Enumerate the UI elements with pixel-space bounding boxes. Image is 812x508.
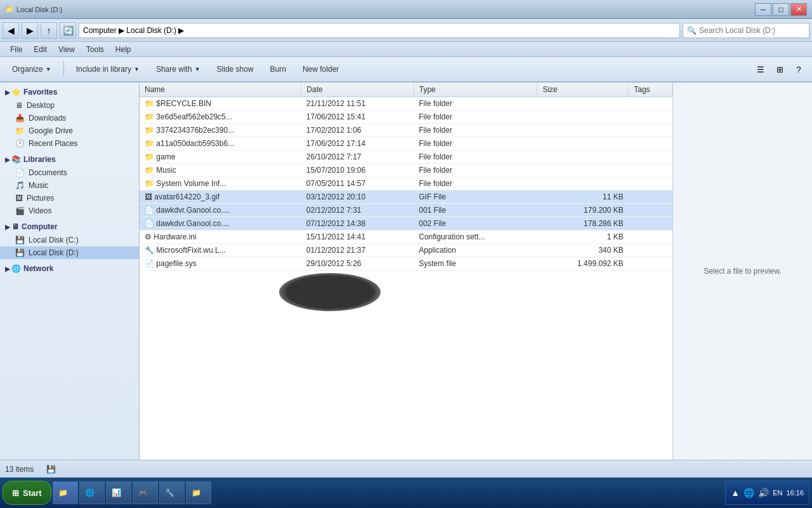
taskbar-item-5[interactable]: 🔧 <box>159 481 185 504</box>
sidebar-item-desktop[interactable]: 🖥 Desktop <box>0 99 139 112</box>
file-name-cell: 📄 dawkdvr.Ganool.co.... <box>140 217 301 231</box>
sidebar-item-downloads[interactable]: 📥 Downloads <box>0 112 139 124</box>
table-row[interactable]: 📁 3e6d5eaf562eb29c5... 17/06/2012 15:41 … <box>140 110 672 124</box>
view-list-button[interactable]: ☰ <box>752 61 769 77</box>
file-type-cell: GIF File <box>414 190 537 204</box>
table-row[interactable]: 📁 a11a050dacb5953b6... 17/06/2012 17:14 … <box>140 137 672 150</box>
table-row[interactable]: 📄 pagefile.sys 29/10/2012 5:26 System fi… <box>140 257 672 271</box>
libraries-header[interactable]: ▶ 📚 Libraries <box>0 152 139 166</box>
content-area: Name Date Type Size Tags 📁 $RECYCLE.BIN … <box>140 83 672 460</box>
network-header[interactable]: ▶ 🌐 Network <box>0 262 139 276</box>
col-size[interactable]: Size <box>537 83 629 97</box>
file-size-cell: 340 KB <box>537 244 629 257</box>
menu-help[interactable]: Help <box>110 44 136 55</box>
file-tags-cell <box>629 231 672 244</box>
burn-button[interactable]: Burn <box>263 60 293 79</box>
file-tags-cell <box>629 244 672 257</box>
table-row[interactable]: 🔧 MicrosoftFixit.wu.L... 01/12/2012 21:3… <box>140 244 672 257</box>
table-row[interactable]: 📁 3374234376b2ec390... 17/02/2012 1:06 F… <box>140 124 672 137</box>
disk-icon: 💾 <box>46 465 56 474</box>
file-icon: 📁 <box>145 139 154 148</box>
sidebar-item-google-drive[interactable]: 📁 Google Drive <box>0 124 139 137</box>
sidebar-item-local-c[interactable]: 💾 Local Disk (C:) <box>0 234 139 246</box>
up-button[interactable]: ↑ <box>41 22 57 39</box>
file-type-cell: 002 File <box>414 217 537 231</box>
taskbar-explorer[interactable]: 📁 <box>53 481 78 504</box>
start-button[interactable]: ⊞ Start <box>3 481 51 505</box>
tray-lang: EN <box>773 489 782 497</box>
file-name-cell: 📁 3e6d5eaf562eb29c5... <box>140 110 301 124</box>
slideshow-button[interactable]: Slide show <box>210 60 261 79</box>
include-library-button[interactable]: Include in library ▼ <box>69 60 147 79</box>
file-type-cell: 001 File <box>414 204 537 217</box>
menu-file[interactable]: File <box>5 44 27 55</box>
file-name-cell: 📄 pagefile.sys <box>140 257 301 271</box>
refresh-button[interactable]: 🔄 <box>60 22 76 39</box>
items-count: 13 items <box>5 465 34 474</box>
sidebar-item-videos[interactable]: 🎬 Videos <box>0 204 139 217</box>
sidebar-item-documents[interactable]: 📄 Documents <box>0 166 139 179</box>
file-size-cell <box>537 97 629 110</box>
videos-icon: 🎬 <box>15 206 25 215</box>
file-name-cell: 🖼 avatar614220_3.gif <box>140 190 301 204</box>
taskbar-item-3[interactable]: 📊 <box>106 481 131 504</box>
table-row[interactable]: 🖼 avatar614220_3.gif 03/12/2012 20:10 GI… <box>140 190 672 204</box>
file-tags-cell <box>629 97 672 110</box>
share-with-button[interactable]: Share with ▼ <box>149 60 207 79</box>
col-tags[interactable]: Tags <box>629 83 672 97</box>
taskbar-chrome[interactable]: 🌐 <box>79 481 105 504</box>
file-size-cell: 1 KB <box>537 231 629 244</box>
view-details-button[interactable]: ⊞ <box>771 61 788 77</box>
local-d-label: Local Disk (D:) <box>29 248 79 257</box>
table-row[interactable]: 📁 System Volume Inf... 07/05/2011 14:57 … <box>140 177 672 190</box>
tray-arrow-icon[interactable]: ▲ <box>731 488 740 498</box>
address-path: Computer ▶ Local Disk (D:) ▶ <box>83 26 184 35</box>
maximize-button[interactable]: □ <box>773 3 789 16</box>
file-name-cell: 📁 3374234376b2ec390... <box>140 124 301 137</box>
favorites-icon: ⭐ <box>11 88 21 97</box>
table-row[interactable]: 📄 dawkdvr.Ganool.co.... 02/12/2012 7:31 … <box>140 204 672 217</box>
file-name-cell: 📁 $RECYCLE.BIN <box>140 97 301 110</box>
taskbar-item-4[interactable]: 🎮 <box>133 481 158 504</box>
new-folder-button[interactable]: New folder <box>296 60 346 79</box>
table-row[interactable]: 📁 Music 15/07/2010 19:06 File folder <box>140 164 672 177</box>
table-row[interactable]: ⚙ Hardware.ini 15/11/2012 14:41 Configur… <box>140 231 672 244</box>
file-date-cell: 03/12/2012 20:10 <box>301 190 414 204</box>
favorites-header[interactable]: ▶ ⭐ Favorites <box>0 85 139 99</box>
back-button[interactable]: ◀ <box>3 22 19 39</box>
menu-edit[interactable]: Edit <box>29 44 52 55</box>
col-name[interactable]: Name <box>140 83 301 97</box>
music-label: Music <box>29 181 48 190</box>
tray-clock[interactable]: 16:16 <box>786 489 804 497</box>
organize-button[interactable]: Organize ▼ <box>5 60 58 79</box>
close-button[interactable]: ✕ <box>790 3 807 16</box>
file-name: 3374234376b2ec390... <box>156 126 234 135</box>
sidebar-item-pictures[interactable]: 🖼 Pictures <box>0 192 139 204</box>
menu-view[interactable]: View <box>53 44 80 55</box>
taskbar-item-6[interactable]: 📁 <box>186 481 211 504</box>
file-tags-cell <box>629 164 672 177</box>
file-size-cell <box>537 150 629 164</box>
local-c-icon: 💾 <box>15 236 25 244</box>
file-date-cell: 01/12/2012 21:37 <box>301 244 414 257</box>
file-tags-cell <box>629 110 672 124</box>
sidebar-item-music[interactable]: 🎵 Music <box>0 179 139 192</box>
file-date-cell: 17/06/2012 15:41 <box>301 110 414 124</box>
table-row[interactable]: 📁 game 26/10/2012 7:17 File folder <box>140 150 672 164</box>
col-date[interactable]: Date <box>301 83 414 97</box>
file-name-cell: 📁 a11a050dacb5953b6... <box>140 137 301 150</box>
sidebar-item-local-d[interactable]: 💾 Local Disk (D:) <box>0 246 139 259</box>
sidebar-item-recent-places[interactable]: 🕐 Recent Places <box>0 137 139 150</box>
table-row[interactable]: 📁 $RECYCLE.BIN 21/11/2012 11:51 File fol… <box>140 97 672 110</box>
minimize-button[interactable]: ─ <box>755 3 771 16</box>
address-input[interactable]: Computer ▶ Local Disk (D:) ▶ <box>79 23 680 38</box>
table-row[interactable]: 📄 dawkdvr.Ganool.co.... 07/12/2012 14:38… <box>140 217 672 231</box>
col-type[interactable]: Type <box>414 83 537 97</box>
windows-logo: ⊞ <box>12 488 19 498</box>
search-input[interactable] <box>699 26 805 35</box>
forward-button[interactable]: ▶ <box>22 22 38 39</box>
view-help-button[interactable]: ? <box>790 61 807 77</box>
file-name-cell: 🔧 MicrosoftFixit.wu.L... <box>140 244 301 257</box>
computer-header[interactable]: ▶ 🖥 Computer <box>0 220 139 234</box>
menu-tools[interactable]: Tools <box>81 44 109 55</box>
